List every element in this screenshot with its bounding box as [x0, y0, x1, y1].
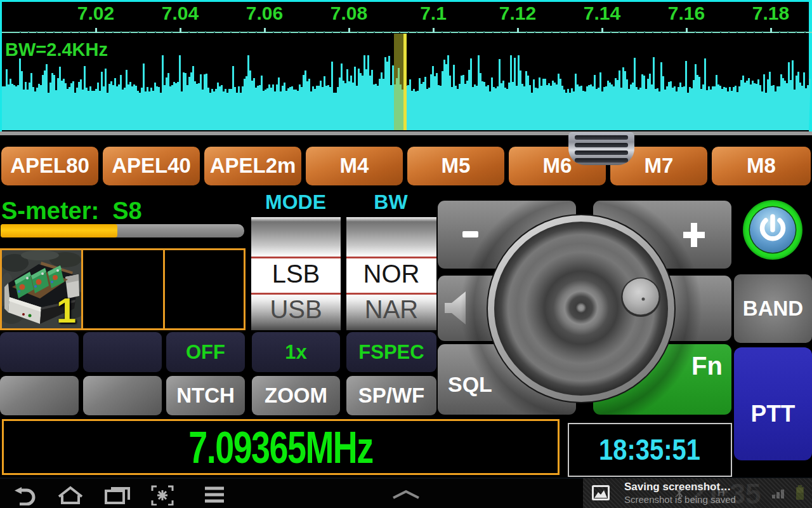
svg-text:H: H [717, 487, 725, 498]
